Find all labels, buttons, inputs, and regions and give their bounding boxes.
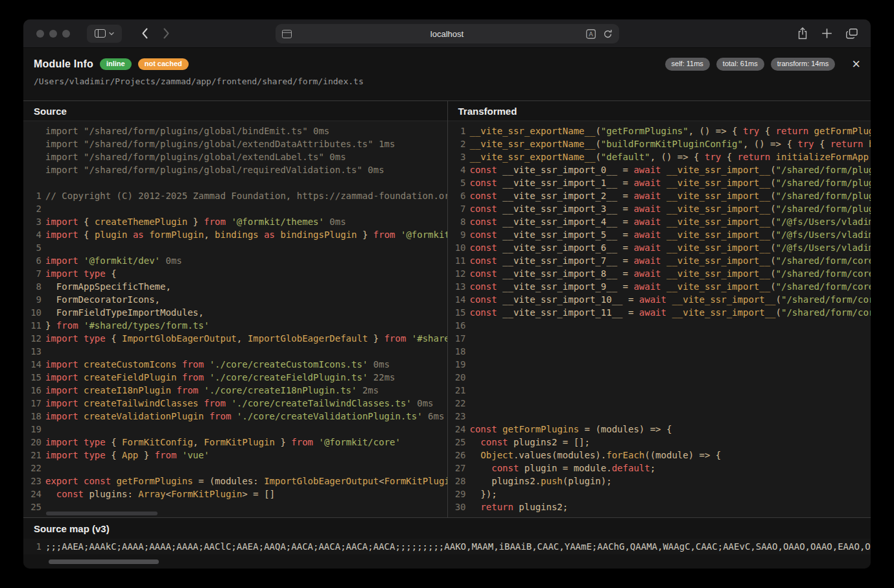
cache-status-badge: not cached [138,58,189,70]
url-text: localhost [276,29,619,39]
page-title: Module Info [34,58,93,70]
code-line: 16import createI18nPlugin from './core/c… [26,384,447,397]
transformed-panel: Transformed 1__vite_ssr_exportName__("ge… [447,101,871,517]
sourcemap-title: Source map (v3) [23,518,871,539]
source-panel-title: Source [23,101,447,121]
code-line: 13 [26,345,447,358]
code-line: 8 FormAppSpecificTheme, [26,280,447,293]
code-line: 23 [451,410,871,423]
code-line: 19 [451,358,871,371]
code-panels: Source import "/shared/form/plugins/glob… [23,100,871,517]
code-line: 6import '@formkit/dev' 0ms [26,254,447,267]
code-line: 26 Object.values(modules).forEach((modul… [451,449,871,462]
sidebar-icon [95,29,106,38]
code-line: 17 [451,332,871,345]
code-line: 11} from '#shared/types/form.ts' [26,319,447,332]
code-line: 3__vite_ssr_exportName__("default", () =… [451,150,871,163]
code-line: 15import createFieldPlugin from './core/… [26,371,447,384]
code-line: 22 [26,462,447,475]
tab-overview-icon[interactable] [846,29,858,39]
code-line: 27 const plugin = module.default; [451,462,871,475]
code-line: import "/shared/form/plugins/global/bind… [26,124,447,137]
total-time-badge: total: 61ms [716,58,764,71]
code-line: 10 FormFieldTypeImportModules, [26,306,447,319]
code-line: 30 return plugins2; [451,500,871,513]
code-line: 12import type { ImportGlobEagerOutput, I… [26,332,447,345]
source-horizontal-scrollbar[interactable] [46,512,158,515]
code-line: 8const __vite_ssr_import_4__ = await __v… [451,215,871,228]
code-line: 25 const plugins2 = []; [451,436,871,449]
back-button[interactable] [141,28,148,39]
code-line: 5 [26,241,447,254]
code-line: 16 [451,319,871,332]
code-line: 21 [451,384,871,397]
code-line: import "/shared/form/plugins/global/requ… [26,163,447,176]
code-line: 1// Copyright (C) 2012-2025 Zammad Found… [26,189,447,202]
svg-text:A: A [589,30,593,38]
forward-button[interactable] [163,28,170,39]
chevron-down-icon [109,32,114,36]
code-line: 7const __vite_ssr_import_3__ = await __v… [451,202,871,215]
code-line: 23export const getFormPlugins = (modules… [26,475,447,488]
code-line: 9const __vite_ssr_import_5__ = await __v… [451,228,871,241]
code-line: 19 [26,423,447,436]
transform-time-badge: transform: 14ms [771,58,835,71]
code-line: 14const __vite_ssr_import_10__ = await _… [451,293,871,306]
code-line: 18import createValidationPlugin from './… [26,410,447,423]
source-panel: Source import "/shared/form/plugins/glob… [23,101,447,517]
self-time-badge: self: 11ms [665,58,710,71]
code-line: 13const __vite_ssr_import_9__ = await __… [451,280,871,293]
source-code-editor[interactable]: import "/shared/form/plugins/global/bind… [23,121,447,517]
window-close-button[interactable] [36,30,44,38]
toolbar-right-buttons [797,27,860,40]
code-line: 14import createCustomIcons from './core/… [26,358,447,371]
code-line: 17import createTailwindClasses from './c… [26,397,447,410]
transformed-code-editor[interactable]: 1__vite_ssr_exportName__("getFormPlugins… [448,121,871,517]
code-line: import "/shared/form/plugins/global/exte… [26,137,447,150]
code-line: 4const __vite_ssr_import_0__ = await __v… [451,163,871,176]
code-line: 24 const plugins: Array<FormKitPlugin> =… [26,488,447,500]
code-line: 18 [451,345,871,358]
inline-badge: inline [100,58,132,70]
code-line: 21import type { App } from 'vue' [26,449,447,462]
new-tab-icon[interactable] [821,28,832,39]
share-icon[interactable] [797,27,808,40]
module-path: /Users/vladimir/Projects/zammad/app/fron… [34,76,860,86]
code-line: 28 plugins2.push(plugin); [451,475,871,488]
browser-window: localhost A Module Info [23,19,871,569]
code-line: 5const __vite_ssr_import_1__ = await __v… [451,176,871,189]
window-minimize-button[interactable] [49,30,57,38]
horizontal-scrollbar[interactable] [49,559,159,564]
browser-toolbar: localhost A [23,19,871,48]
code-line: 12const __vite_ssr_import_8__ = await __… [451,267,871,280]
code-line: 22 [451,397,871,410]
sidebar-toggle-button[interactable] [87,25,122,43]
code-line: 4import { plugin as formPlugin, bindings… [26,228,447,241]
code-line: 7import type { [26,267,447,280]
sourcemap-code[interactable]: 1;;;AAEA;AAAkC;AAAA;AAAA;AAAA;AAClC;AAEA… [23,539,871,554]
code-line: 24const getFormPlugins = (modules) => { [451,423,871,436]
code-line: 15const __vite_ssr_import_11__ = await _… [451,306,871,319]
transformed-panel-title: Transformed [448,101,871,121]
code-line: 6const __vite_ssr_import_2__ = await __v… [451,189,871,202]
traffic-lights [34,30,70,38]
code-line: import "/shared/form/plugins/global/exte… [26,150,447,163]
code-line: 2 [26,202,447,215]
code-line: 9 FormDecoratorIcons, [26,293,447,306]
reload-icon[interactable] [603,29,613,39]
code-line: 20 [451,371,871,384]
nav-buttons [141,28,170,39]
code-line: 1;;;AAEA;AAAkC;AAAA;AAAA;AAAA;AAClC;AAEA… [26,539,871,554]
sourcemap-section: Source map (v3) 1;;;AAEA;AAAkC;AAAA;AAAA… [23,517,871,569]
translate-icon[interactable]: A [586,29,596,39]
window-zoom-button[interactable] [62,30,70,38]
code-line: 2__vite_ssr_exportName__("buildFormKitPl… [451,137,871,150]
module-info-header: Module Info inline not cached self: 11ms… [23,48,871,100]
close-icon[interactable]: × [852,59,860,69]
code-line: 10const __vite_ssr_import_6__ = await __… [451,241,871,254]
page-settings-icon[interactable] [282,30,292,38]
code-line: 29 }); [451,488,871,500]
title-row: Module Info inline not cached self: 11ms… [34,58,860,71]
code-line [26,176,447,189]
address-bar[interactable]: localhost A [276,24,619,43]
